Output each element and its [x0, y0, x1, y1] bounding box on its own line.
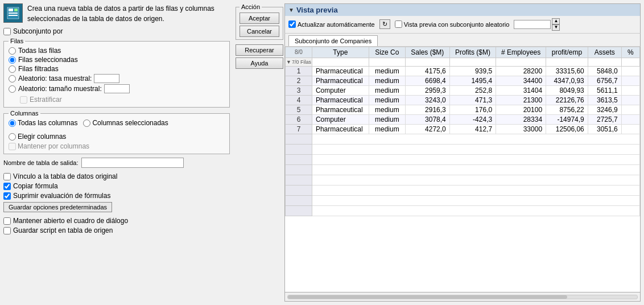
table-container[interactable]: 8/0 Type Size Co Sales ($M) Profits ($M)…	[284, 46, 641, 292]
row-option-filtered[interactable]: Filas filtradas	[9, 65, 225, 73]
maintain-checkbox[interactable]	[9, 143, 16, 150]
subset-random-row[interactable]: Vista previa con subconjunto aleatorio	[395, 20, 510, 28]
col-header-employees: # Employees	[496, 47, 546, 57]
filter-sales[interactable]	[406, 59, 449, 66]
tab-bar: Subconjunto de Companies	[284, 34, 641, 46]
random-size-input[interactable]: 16	[104, 84, 130, 93]
table-row: 1 Pharmaceutical medium 4175,6 939,5 282…	[286, 66, 640, 76]
save-script-label: Guardar script en tabla de origen	[13, 226, 113, 234]
table-row-empty	[286, 144, 640, 154]
row-option-all[interactable]: Todas las filas	[9, 47, 225, 55]
suppress-row[interactable]: Suprimir evaluación de fórmulas	[3, 192, 230, 200]
table-row: 3 Computer medium 2959,3 252,8 31404 804…	[286, 85, 640, 95]
svg-rect-3	[9, 15, 18, 16]
columns-group: Columnas Todas las columnas Columnas sel…	[3, 110, 230, 154]
save-script-checkbox[interactable]	[3, 227, 11, 234]
suppress-checkbox[interactable]	[3, 192, 11, 200]
subset-tab[interactable]: Subconjunto de Companies	[288, 35, 378, 46]
col-header-profits: Profits ($M)	[449, 47, 496, 57]
table-row-empty	[286, 134, 640, 144]
link-checkbox[interactable]	[3, 173, 11, 180]
save-defaults-button[interactable]: Guardar opciones predeterminadas	[3, 202, 112, 212]
copy-formula-row[interactable]: Copiar fórmula	[3, 182, 230, 190]
subset-value-input[interactable]: 100000	[514, 20, 551, 29]
help-button[interactable]: Ayuda	[236, 57, 283, 69]
table-row-empty	[286, 185, 640, 195]
auto-update-row[interactable]: Actualizar automáticamente	[288, 20, 375, 28]
link-label: Vínculo a la tabla de datos original	[13, 172, 117, 180]
col-option-all[interactable]: Todas las columnas	[9, 119, 77, 127]
save-script-row[interactable]: Guardar script en tabla de origen	[3, 226, 230, 234]
accion-group: Acción Aceptar Cancelar	[236, 3, 283, 40]
table-row: 7 Pharmaceutical medium 4272,0 412,7 330…	[286, 124, 640, 134]
filter-pct[interactable]	[622, 59, 639, 66]
rows-group: Filas Todas las filas Filas seleccionada…	[3, 38, 230, 108]
col-option-selected[interactable]: Columnas seleccionadas	[83, 119, 168, 127]
cancel-button[interactable]: Cancelar	[240, 26, 279, 37]
table-row: 5 Pharmaceutical medium 2916,3 176,0 201…	[286, 105, 640, 114]
columns-group-title: Columnas	[9, 110, 40, 117]
subset-random-label: Vista previa con subconjunto aleatorio	[404, 21, 510, 28]
subset-random-checkbox[interactable]	[395, 20, 402, 28]
filter-type[interactable]	[312, 59, 369, 66]
subset-label: Subconjunto por	[13, 27, 63, 35]
filter-profits[interactable]	[450, 59, 496, 66]
keep-open-label: Mantener abierto el cuadro de diálogo	[13, 217, 128, 225]
data-table: 8/0 Type Size Co Sales ($M) Profits ($M)…	[285, 47, 640, 216]
col-header-size: Size Co	[369, 47, 405, 57]
col-option-choose[interactable]: Elegir columnas	[9, 133, 66, 141]
svg-rect-2	[9, 13, 18, 14]
filter-info: 7/0 Filas	[292, 59, 311, 65]
maintain-row[interactable]: Mantener por columnas	[9, 142, 225, 150]
filter-employees[interactable]	[496, 59, 546, 66]
h-scrollbar[interactable]	[284, 292, 641, 302]
table-row-empty	[286, 154, 640, 164]
copy-formula-checkbox[interactable]	[3, 183, 11, 190]
accept-button[interactable]: Aceptar	[240, 13, 279, 24]
svg-rect-4	[14, 9, 18, 11]
copy-formula-label: Copiar fórmula	[13, 182, 58, 190]
filter-assets[interactable]	[588, 59, 621, 66]
output-row: Nombre de tabla de salida: Subconjunto d…	[3, 158, 230, 168]
stratify-label: Estratificar	[30, 96, 62, 104]
spin-down-button[interactable]: ▼	[552, 24, 560, 31]
keep-open-checkbox[interactable]	[3, 217, 11, 225]
stratify-checkbox[interactable]	[20, 96, 27, 104]
filter-row: ▼ 7/0 Filas	[286, 57, 640, 66]
table-row: 6 Computer medium 3078,4 -424,3 28334 -1…	[286, 114, 640, 124]
col-header-pct: %	[621, 47, 639, 57]
svg-rect-1	[9, 9, 13, 11]
subset-checkbox[interactable]	[3, 28, 11, 35]
col-header-type: Type	[312, 47, 369, 57]
triangle-icon: ▼	[288, 7, 294, 13]
auto-update-label: Actualizar automáticamente	[298, 21, 375, 28]
output-label: Nombre de tabla de salida:	[3, 159, 78, 166]
row-option-random-size[interactable]: Aleatorio: tamaño muestral: 16	[9, 84, 225, 93]
link-checkbox-row[interactable]: Vínculo a la tabla de datos original	[3, 172, 230, 180]
vista-previa-title: Vista previa	[296, 6, 338, 14]
controls-bar: Actualizar automáticamente ↻ Vista previ…	[284, 16, 641, 34]
table-row: 2 Pharmaceutical medium 6698,4 1495,4 34…	[286, 76, 640, 85]
maintain-label: Mantener por columnas	[18, 142, 89, 150]
filter-indicator: ▼	[286, 59, 291, 65]
row-option-random-rate[interactable]: Aleatorio: tasa muestral: 0,5	[9, 74, 225, 83]
col-header-profit-emp: profit/emp	[546, 47, 588, 57]
stratify-row[interactable]: Estratificar	[20, 96, 225, 104]
header-description: Crea una nueva tabla de datos a partir d…	[27, 3, 230, 24]
table-row-empty	[286, 195, 640, 205]
keep-open-row[interactable]: Mantener abierto el cuadro de diálogo	[3, 217, 230, 225]
row-option-selected[interactable]: Filas seleccionadas	[9, 56, 225, 64]
subset-row: Subconjunto por	[3, 27, 230, 35]
output-name-input[interactable]: Subconjunto de Companies	[81, 158, 184, 168]
accion-title: Acción	[240, 3, 262, 10]
random-rate-input[interactable]: 0,5	[94, 74, 119, 83]
auto-update-checkbox[interactable]	[288, 20, 296, 28]
filter-size[interactable]	[369, 59, 405, 66]
refresh-button[interactable]: ↻	[379, 19, 390, 29]
filter-profit-emp[interactable]	[546, 59, 588, 66]
spin-up-button[interactable]: ▲	[552, 18, 560, 24]
vista-previa-header: ▼ Vista previa	[284, 3, 641, 16]
recover-button[interactable]: Recuperar	[236, 44, 283, 56]
col-header-assets: Assets	[588, 47, 621, 57]
table-row-empty	[286, 164, 640, 175]
